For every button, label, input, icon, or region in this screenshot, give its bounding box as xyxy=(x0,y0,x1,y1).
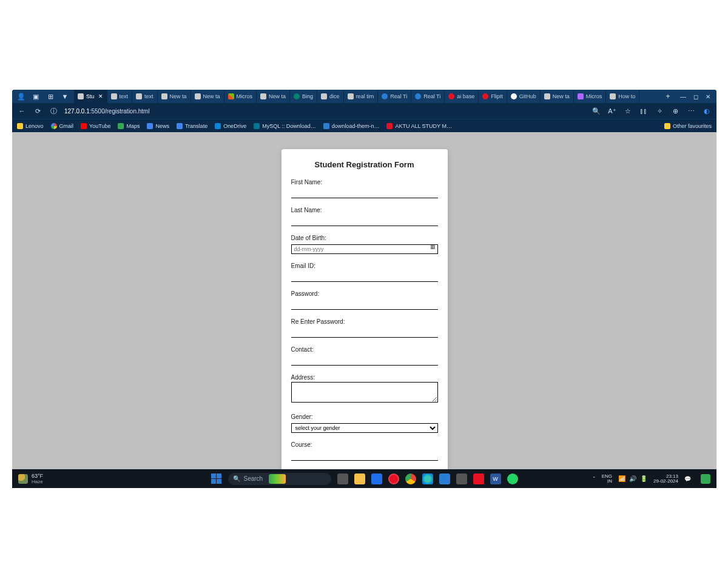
shield-icon[interactable]: ▼ xyxy=(61,92,69,101)
browser-tab[interactable]: ai base xyxy=(445,90,479,103)
split-screen-icon[interactable]: ⫿⫿ xyxy=(639,107,649,115)
bookmark-favicon-icon xyxy=(323,123,329,129)
browser-tab[interactable]: Micros xyxy=(574,90,607,103)
ms-store-icon[interactable] xyxy=(371,473,382,484)
tab-label: Real Ti xyxy=(423,93,440,99)
repassword-input[interactable] xyxy=(291,329,438,338)
collections-icon[interactable]: ✧ xyxy=(655,107,664,115)
browser-tab[interactable]: New ta xyxy=(191,90,224,103)
notifications-icon[interactable]: 💬 xyxy=(684,476,691,482)
browser-tab[interactable]: text xyxy=(107,90,133,103)
extensions-icon[interactable]: ⊕ xyxy=(670,107,680,115)
browser-tab[interactable]: Bing xyxy=(290,90,317,103)
browser-tab[interactable]: Stu✕ xyxy=(74,90,107,103)
other-favourites[interactable]: Other favourites xyxy=(664,123,712,129)
close-window-button[interactable]: ✕ xyxy=(706,93,710,100)
first-name-label: First Name: xyxy=(291,179,438,186)
browser-tab[interactable]: GitHub xyxy=(507,90,541,103)
bookmark-item[interactable]: Gmail xyxy=(51,123,74,129)
tab-favicon-icon xyxy=(511,93,517,99)
bookmark-item[interactable]: News xyxy=(147,123,169,129)
favorite-icon[interactable]: ☆ xyxy=(623,107,633,115)
profile-icon[interactable]: 👤 xyxy=(17,92,25,101)
bookmark-item[interactable]: OneDrive xyxy=(215,123,246,129)
course-input[interactable] xyxy=(291,452,438,461)
url-display[interactable]: 127.0.0.1:5500/registration.html xyxy=(64,108,150,115)
chrome-icon[interactable] xyxy=(405,473,416,484)
browser-tab[interactable]: New ta xyxy=(257,90,290,103)
dob-input[interactable] xyxy=(291,244,438,254)
minimize-button[interactable]: — xyxy=(680,93,686,100)
tab-favicon-icon xyxy=(382,93,388,99)
bookmark-item[interactable]: Lenovo xyxy=(17,123,44,129)
browser-tab[interactable]: How to xyxy=(606,90,639,103)
weather-widget[interactable]: 63°F Haze xyxy=(18,473,43,484)
browser-tab[interactable]: FlipIt xyxy=(479,90,507,103)
bookmark-favicon-icon xyxy=(254,123,260,129)
vscode-icon[interactable] xyxy=(439,473,450,484)
task-view-icon[interactable] xyxy=(337,473,348,484)
tab-actions-icon[interactable]: ⊞ xyxy=(46,92,55,101)
search-decoration-icon xyxy=(269,474,286,484)
file-explorer-icon[interactable] xyxy=(354,473,365,484)
clock[interactable]: 23:13 29-02-2024 xyxy=(653,474,678,484)
tab-favicon-icon xyxy=(228,93,234,99)
url-path: :5500/registration.html xyxy=(90,108,150,115)
bookmark-item[interactable]: MySQL :: Download… xyxy=(254,123,316,129)
bookmark-label: YouTube xyxy=(89,123,110,129)
maximize-button[interactable]: ◻ xyxy=(693,93,698,100)
tab-label: Real Ti xyxy=(390,93,407,99)
last-name-input[interactable] xyxy=(291,217,438,226)
gender-select[interactable]: select your gender xyxy=(291,423,438,433)
refresh-button[interactable]: ⟳ xyxy=(33,107,42,115)
contact-input[interactable] xyxy=(291,356,438,366)
bookmarks-bar: LenovoGmailYouTubeMapsNewsTranslateOneDr… xyxy=(12,119,716,132)
read-aloud-icon[interactable]: A⁺ xyxy=(607,107,617,115)
password-input[interactable] xyxy=(291,301,438,310)
browser-tab[interactable]: dice xyxy=(317,90,344,103)
bookmark-item[interactable]: Maps xyxy=(118,123,140,129)
zoom-icon[interactable]: 🔍 xyxy=(592,107,601,115)
address-bar: ← ⟳ ⓘ 127.0.0.1:5500/registration.html 🔍… xyxy=(12,103,716,119)
repassword-label: Re Enter Password: xyxy=(291,318,438,325)
app-red-icon[interactable] xyxy=(473,473,484,484)
more-icon[interactable]: ⋯ xyxy=(686,107,696,115)
browser-tab[interactable]: New ta xyxy=(158,90,191,103)
bookmark-item[interactable]: Translate xyxy=(177,123,207,129)
whatsapp-icon[interactable] xyxy=(507,473,518,484)
bookmark-label: Translate xyxy=(185,123,207,129)
browser-tab[interactable]: text xyxy=(132,90,158,103)
browser-tab[interactable]: real tim xyxy=(344,90,379,103)
tab-favicon-icon xyxy=(195,93,201,99)
email-input[interactable] xyxy=(291,273,438,282)
site-info-icon[interactable]: ⓘ xyxy=(49,107,58,116)
bookmark-item[interactable]: download-them-n… xyxy=(323,123,380,129)
browser-tab[interactable]: New ta xyxy=(541,90,574,103)
start-button[interactable] xyxy=(211,473,222,484)
address-input[interactable] xyxy=(291,382,438,403)
language-indicator[interactable]: ENG IN xyxy=(602,474,612,484)
app-icon[interactable] xyxy=(456,473,467,484)
browser-tab[interactable]: Micros xyxy=(224,90,257,103)
copilot-icon[interactable]: ◐ xyxy=(702,107,712,115)
browser-tab[interactable]: Real Ti xyxy=(411,90,445,103)
tab-favicon-icon xyxy=(260,93,266,99)
word-icon[interactable]: W xyxy=(490,473,501,484)
browser-tab[interactable]: Real Ti xyxy=(378,90,411,103)
workspaces-icon[interactable]: ▣ xyxy=(32,92,40,101)
bookmark-item[interactable]: YouTube xyxy=(81,123,110,129)
first-name-input[interactable] xyxy=(291,189,438,198)
system-tray[interactable]: 📶 🔊 🔋 xyxy=(618,475,647,482)
corner-widget-icon[interactable] xyxy=(701,474,710,484)
calendar-icon[interactable]: ▦ xyxy=(430,244,436,250)
new-tab-button[interactable]: + xyxy=(662,92,674,101)
bookmark-item[interactable]: AKTU ALL STUDY M… xyxy=(386,123,452,129)
back-button[interactable]: ← xyxy=(17,107,27,115)
opera-icon[interactable] xyxy=(388,473,399,484)
edge-icon[interactable] xyxy=(422,473,433,484)
tab-label: GitHub xyxy=(519,93,536,99)
tray-chevron-icon[interactable]: ˄ xyxy=(593,476,596,482)
close-tab-icon[interactable]: ✕ xyxy=(98,93,103,99)
page-viewport: Student Registration Form First Name: La… xyxy=(12,132,716,488)
taskbar-search[interactable]: 🔍 Search xyxy=(228,473,331,485)
